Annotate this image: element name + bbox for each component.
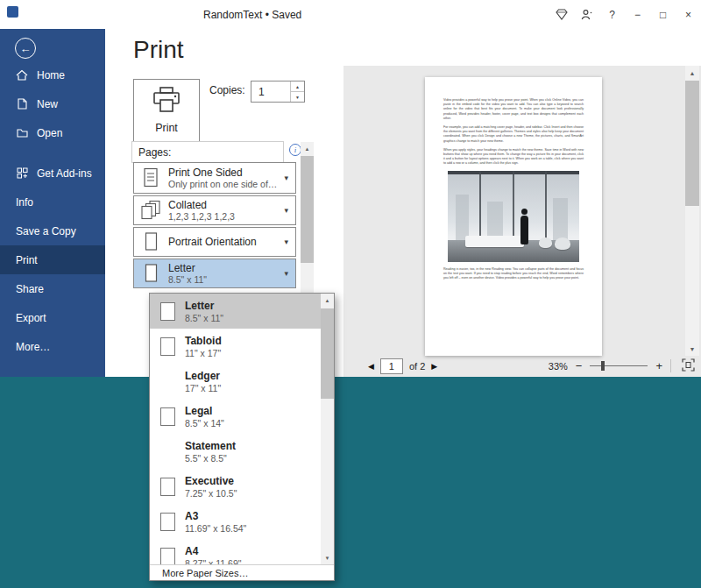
copies-increment-button[interactable]: ▲ (291, 81, 304, 91)
sidebar-item-more[interactable]: More… (0, 332, 105, 361)
paper-dimensions: 7.25" x 10.5" (185, 488, 237, 499)
paper-name: Ledger (185, 370, 221, 382)
close-button[interactable]: × (676, 0, 701, 29)
sidebar-item-open[interactable]: Open (0, 118, 105, 147)
zoom-controls: 33% − + (549, 358, 697, 375)
scroll-up-icon: ▲ (305, 146, 310, 152)
minimize-icon: − (634, 9, 641, 21)
sidebar-item-print[interactable]: Print (0, 245, 105, 274)
print-button[interactable]: Print (133, 79, 200, 142)
paper-dimensions: 11" x 17" (185, 348, 222, 358)
sidebar-item-get-add-ins[interactable]: Get Add-ins (0, 159, 105, 188)
back-button[interactable]: ← (15, 38, 36, 59)
paper-name: Legal (185, 405, 224, 417)
current-page-input[interactable]: 1 (380, 358, 403, 374)
printer-icon (151, 87, 182, 117)
sidebar-item-label: New (37, 98, 58, 110)
sidebar-item-label: More… (16, 341, 50, 353)
scroll-down-button[interactable]: ▼ (321, 551, 334, 564)
page-count-label: of 2 (409, 361, 425, 372)
zoom-out-button[interactable]: − (576, 360, 583, 372)
page-icon-placeholder (160, 443, 175, 461)
paper-dimensions: 8.5" x 11" (185, 313, 223, 323)
setting-subtitle: 1,2,3 1,2,3 1,2,3 (168, 211, 277, 222)
spin-down-icon: ▼ (295, 95, 300, 100)
scroll-down-icon: ▼ (325, 556, 330, 561)
sidebar-item-home[interactable]: Home (0, 60, 105, 89)
zoom-level[interactable]: 33% (549, 361, 568, 372)
previous-page-icon: ◀ (368, 362, 374, 371)
copies-decrement-button[interactable]: ▼ (291, 91, 304, 102)
sidebar-item-info[interactable]: Info (0, 188, 105, 216)
zoom-to-page-button[interactable] (679, 358, 697, 375)
print-button-label: Print (155, 122, 178, 134)
sidebar-item-label: Save a Copy (16, 225, 76, 237)
paper-option-legal[interactable]: Legal 8.5" x 14" (150, 399, 321, 434)
sidebar-item-new[interactable]: New (0, 89, 105, 118)
zoom-in-button[interactable]: + (655, 360, 662, 372)
copies-spin-buttons: ▲ ▼ (290, 81, 304, 102)
paper-option-statement[interactable]: Statement 5.5" x 8.5" (150, 434, 321, 469)
feedback-person-icon (581, 9, 593, 20)
paper-menu-scrollbar[interactable]: ▲ ▼ (321, 294, 334, 564)
pages-input[interactable]: Pages: (131, 141, 284, 163)
paper-option-tabloid[interactable]: Tabloid 11" x 17" (150, 329, 321, 364)
scroll-up-icon: ▲ (690, 70, 696, 76)
paper-size-list: Letter 8.5" x 11" Tabloid 11" x 17" Ledg… (150, 294, 321, 564)
pages-label: Pages: (138, 146, 171, 159)
setting-title: Collated (168, 199, 277, 211)
zoom-slider-track (590, 365, 648, 366)
paper-option-ledger[interactable]: Ledger 17" x 11" (150, 364, 321, 399)
scrollbar-thumb[interactable] (685, 81, 699, 206)
scrollbar-thumb[interactable] (301, 156, 314, 263)
page-portrait-icon (160, 513, 175, 531)
scroll-up-button[interactable]: ▲ (685, 66, 699, 80)
paper-name: A3 (185, 510, 246, 522)
paper-name: Letter (185, 300, 223, 312)
scrollbar-thumb[interactable] (321, 308, 334, 399)
print-sides-dropdown[interactable]: Print One Sided Only print on one side o… (133, 162, 296, 194)
word-window: RandomText • Saved ? − □ × (0, 0, 701, 377)
previous-page-button[interactable]: ◀ (368, 362, 374, 371)
pages-info-icon[interactable]: i (289, 144, 301, 156)
scroll-down-button[interactable]: ▼ (685, 342, 699, 356)
paper-dimensions: 5.5" x 8.5" (185, 453, 236, 464)
paper-option-executive[interactable]: Executive 7.25" x 10.5" (150, 469, 321, 504)
maximize-button[interactable]: □ (650, 0, 676, 29)
word-app-icon (7, 6, 18, 18)
paper-option-letter[interactable]: Letter 8.5" x 11" (150, 294, 321, 329)
page-icon-placeholder (160, 372, 175, 391)
zoom-slider[interactable] (590, 360, 648, 372)
print-one-sided-icon (140, 167, 161, 188)
preview-scrollbar[interactable]: ▲ ▼ (685, 66, 699, 356)
desktop: RandomText • Saved ? − □ × (0, 0, 701, 588)
more-paper-sizes-button[interactable]: More Paper Sizes… (150, 564, 334, 580)
sidebar-item-label: Share (16, 283, 44, 295)
sidebar-item-save-a-copy[interactable]: Save a Copy (0, 216, 105, 245)
copies-value[interactable]: 1 (251, 81, 290, 102)
collation-dropdown[interactable]: Collated 1,2,3 1,2,3 1,2,3 ▾ (133, 195, 296, 225)
page-portrait-icon (160, 478, 175, 496)
minimize-button[interactable]: − (625, 0, 650, 29)
feedback-button[interactable] (574, 0, 599, 29)
paper-option-a4[interactable]: A4 8.27" x 11.69" (150, 539, 321, 564)
sidebar-item-export[interactable]: Export (0, 303, 105, 332)
help-button[interactable]: ? (599, 0, 625, 29)
toolbar-divider (670, 359, 671, 372)
next-page-button[interactable]: ▶ (431, 362, 437, 371)
scroll-up-button[interactable]: ▲ (321, 294, 334, 307)
paper-option-a3[interactable]: A3 11.69" x 16.54" (150, 504, 321, 539)
page-title: Print (133, 36, 184, 64)
copies-stepper[interactable]: 1 ▲ ▼ (251, 81, 305, 103)
paper-dimensions: 8.5" x 14" (185, 418, 224, 429)
paper-size-dropdown[interactable]: Letter 8.5" x 11" ▾ (133, 259, 296, 288)
orientation-dropdown[interactable]: Portrait Orientation ▾ (133, 227, 296, 257)
paper-dimensions: 8.27" x 11.69" (185, 558, 241, 565)
zoom-to-page-icon (682, 358, 695, 374)
scroll-up-button[interactable]: ▲ (301, 142, 314, 155)
setting-subtitle: 8.5" x 11" (168, 274, 277, 285)
paper-dimensions: 11.69" x 16.54" (185, 523, 246, 534)
coming-soon-button[interactable] (549, 0, 574, 29)
sidebar-item-share[interactable]: Share (0, 274, 105, 303)
zoom-slider-thumb[interactable] (601, 361, 605, 371)
